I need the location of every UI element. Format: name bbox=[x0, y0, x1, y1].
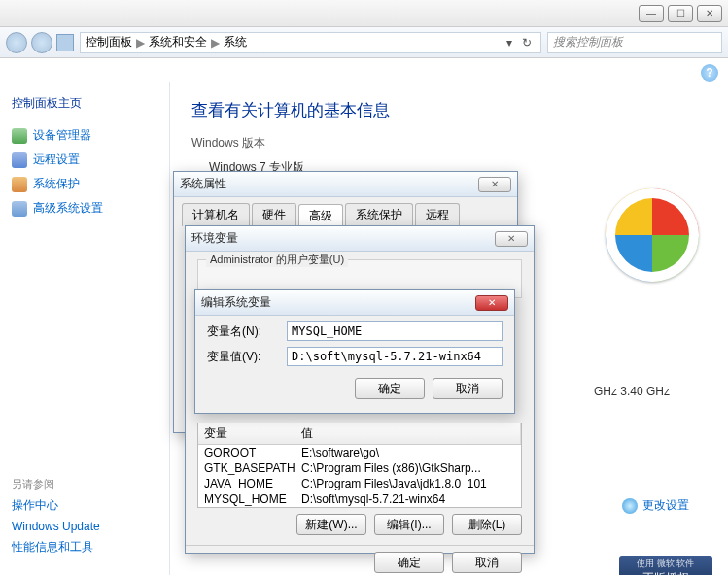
genuine-badge: 使用 微软 软件正版授权 bbox=[619, 556, 712, 575]
dialog-title: 环境变量 bbox=[191, 230, 238, 247]
address-bar: 控制面板▶ 系统和安全▶ 系统 ▾↻ 搜索控制面板 bbox=[0, 27, 728, 58]
page-title: 查看有关计算机的基本信息 bbox=[191, 99, 707, 121]
col-var[interactable]: 变量 bbox=[198, 423, 295, 444]
back-button[interactable] bbox=[6, 32, 27, 53]
ok-button[interactable]: 确定 bbox=[355, 378, 425, 399]
sidebar-item-advanced[interactable]: 高级系统设置 bbox=[12, 200, 157, 217]
breadcrumb-1[interactable]: 系统和安全 bbox=[149, 34, 207, 51]
list-item[interactable]: MYSQL_HOMED:\soft\mysql-5.7.21-winx64 bbox=[198, 491, 521, 507]
list-item[interactable]: GOROOTE:\software\go\ bbox=[198, 445, 521, 460]
close-icon[interactable]: ✕ bbox=[478, 177, 511, 192]
tab-advanced[interactable]: 高级 bbox=[298, 204, 343, 227]
cpu-freq: GHz 3.40 GHz bbox=[594, 385, 670, 398]
close-icon[interactable]: ✕ bbox=[495, 231, 528, 247]
delete-button[interactable]: 删除(L) bbox=[452, 514, 522, 535]
see-also-header: 另请参阅 bbox=[12, 477, 167, 491]
system-vars-list[interactable]: 变量值 GOROOTE:\software\go\ GTK_BASEPATHC:… bbox=[197, 423, 522, 508]
var-name-label: 变量名(N): bbox=[207, 323, 287, 340]
search-input[interactable]: 搜索控制面板 bbox=[547, 32, 722, 53]
tab-hardware[interactable]: 硬件 bbox=[252, 203, 296, 226]
control-panel-icon bbox=[56, 34, 74, 51]
tab-remote[interactable]: 远程 bbox=[415, 203, 460, 226]
forward-button[interactable] bbox=[31, 32, 52, 53]
maximize-button[interactable]: ☐ bbox=[668, 5, 693, 22]
var-name-field[interactable] bbox=[287, 321, 503, 341]
cancel-button[interactable]: 取消 bbox=[433, 378, 503, 399]
tabs: 计算机名 硬件 高级 系统保护 远程 bbox=[174, 197, 517, 226]
edit-button[interactable]: 编辑(I)... bbox=[374, 514, 444, 535]
refresh-icon[interactable]: ↻ bbox=[518, 36, 536, 50]
tab-protection[interactable]: 系统保护 bbox=[345, 203, 413, 226]
see-also-windows-update[interactable]: Windows Update bbox=[12, 520, 167, 533]
see-also: 另请参阅 操作中心 Windows Update 性能信息和工具 bbox=[12, 471, 167, 556]
shield-icon bbox=[622, 498, 638, 514]
sidebar-item-remote[interactable]: 远程设置 bbox=[12, 152, 157, 168]
minimize-button[interactable]: — bbox=[639, 5, 664, 22]
sidebar: 控制面板主页 设备管理器 远程设置 系统保护 高级系统设置 另请参阅 操作中心 … bbox=[0, 82, 170, 575]
advanced-icon bbox=[12, 201, 27, 217]
see-also-action-center[interactable]: 操作中心 bbox=[12, 497, 167, 514]
list-item[interactable]: GTK_BASEPATHC:\Program Files (x86)\GtkSh… bbox=[198, 460, 521, 476]
window-titlebar: — ☐ ✕ bbox=[0, 0, 728, 27]
device-manager-icon bbox=[12, 128, 27, 144]
remote-icon bbox=[12, 152, 27, 168]
new-button[interactable]: 新建(W)... bbox=[296, 514, 366, 535]
breadcrumb-dropdown[interactable]: ▾ bbox=[501, 36, 518, 50]
help-icon[interactable]: ? bbox=[701, 64, 718, 82]
sidebar-item-device-manager[interactable]: 设备管理器 bbox=[12, 127, 157, 144]
dialog-title: 系统属性 bbox=[180, 176, 226, 192]
edition-header: Windows 版本 bbox=[191, 135, 707, 152]
var-value-label: 变量值(V): bbox=[207, 349, 287, 365]
ok-button[interactable]: 确定 bbox=[374, 552, 444, 573]
breadcrumb[interactable]: 控制面板▶ 系统和安全▶ 系统 ▾↻ bbox=[80, 32, 541, 53]
see-also-perf-info[interactable]: 性能信息和工具 bbox=[12, 539, 167, 556]
sidebar-item-protection[interactable]: 系统保护 bbox=[12, 176, 157, 192]
breadcrumb-2[interactable]: 系统 bbox=[224, 34, 247, 51]
var-value-field[interactable] bbox=[287, 347, 503, 366]
protection-icon bbox=[12, 177, 27, 192]
dialog-title: 编辑系统变量 bbox=[201, 294, 271, 311]
list-item[interactable]: JAVA_HOMEC:\Program Files\Java\jdk1.8.0_… bbox=[198, 476, 521, 491]
tab-computer-name[interactable]: 计算机名 bbox=[182, 203, 250, 226]
edit-var-dialog: 编辑系统变量✕ 变量名(N): 变量值(V): 确定 取消 bbox=[194, 289, 515, 414]
sidebar-home[interactable]: 控制面板主页 bbox=[12, 96, 82, 110]
close-icon[interactable]: ✕ bbox=[475, 295, 508, 311]
change-settings-link[interactable]: 更改设置 bbox=[622, 497, 689, 514]
close-button[interactable]: ✕ bbox=[697, 5, 722, 22]
col-val[interactable]: 值 bbox=[295, 423, 521, 444]
windows-logo-icon bbox=[606, 188, 699, 282]
breadcrumb-0[interactable]: 控制面板 bbox=[86, 34, 132, 51]
user-vars-label: Administrator 的用户变量(U) bbox=[206, 253, 348, 267]
cancel-button[interactable]: 取消 bbox=[452, 552, 522, 573]
